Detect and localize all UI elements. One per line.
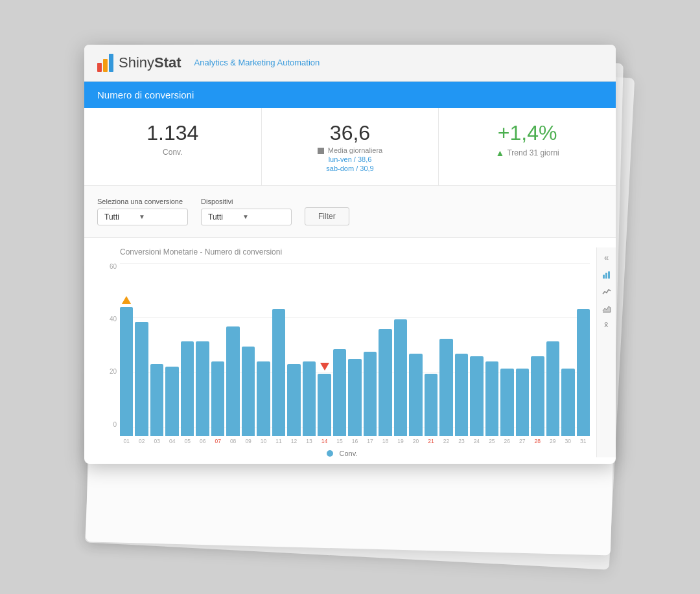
bar-column[interactable] xyxy=(425,374,438,436)
stat-daily-avg: 36,6 Media giornaliera lun-ven / 38,6 sa… xyxy=(262,108,439,185)
line-chart-icon[interactable] xyxy=(599,284,614,299)
bar-column[interactable] xyxy=(500,369,513,436)
bar-column[interactable] xyxy=(211,361,224,436)
bar-x-label: 26 xyxy=(504,438,510,444)
bar-x-label: 18 xyxy=(382,438,388,444)
bar-x-label: 27 xyxy=(519,438,525,444)
bar-wrap: 03 xyxy=(150,282,163,444)
table-icon[interactable]: x̄ xyxy=(599,318,614,332)
daily-avg-label: Media giornaliera xyxy=(272,146,429,154)
conversion-select-value: Tutti xyxy=(104,212,119,222)
logo: ShinyStat xyxy=(97,54,181,72)
main-card: ShinyStat Analytics & Marketing Automati… xyxy=(84,45,616,464)
conversion-select-arrow: ▼ xyxy=(139,213,145,220)
conversion-filter-group: Seleziona una conversione Tutti ▼ xyxy=(97,198,188,225)
bar-column[interactable] xyxy=(531,356,544,436)
bar-x-label: 03 xyxy=(154,438,159,444)
bar-x-label: 05 xyxy=(184,438,190,444)
svg-rect-2 xyxy=(608,271,610,279)
y-axis: 0 20 40 60 xyxy=(94,263,117,444)
bar-wrap: 28 xyxy=(531,282,544,444)
bar-wrap: 25 xyxy=(485,282,498,444)
bar-x-label: 14 xyxy=(321,438,327,444)
chart-sidebar: « x̄ xyxy=(596,247,616,457)
chart-main: Conversioni Monetarie - Numero di conver… xyxy=(84,247,596,457)
bar-wrap: 01 xyxy=(120,282,133,444)
bar-column[interactable] xyxy=(394,319,407,436)
bar-x-label: 11 xyxy=(275,438,281,444)
bar-wrap: 26 xyxy=(500,282,513,444)
filter-button[interactable]: Filter xyxy=(305,207,349,225)
bar-column[interactable] xyxy=(333,349,346,436)
logo-stat: Stat xyxy=(154,54,181,71)
area-chart-icon[interactable] xyxy=(599,301,614,315)
bar-column[interactable] xyxy=(303,361,316,436)
conv-value: 1.134 xyxy=(94,121,251,145)
filters-section: Seleziona una conversione Tutti ▼ Dispos… xyxy=(84,186,616,238)
bar-wrap: 10 xyxy=(257,282,270,444)
bar-column[interactable] xyxy=(485,361,498,436)
bar-column[interactable] xyxy=(348,359,361,436)
bar-x-label: 25 xyxy=(489,438,495,444)
bar-column[interactable] xyxy=(196,341,209,436)
y-label-20: 20 xyxy=(94,368,117,375)
bar-column[interactable] xyxy=(577,309,590,436)
min-marker xyxy=(320,363,329,371)
legend-label: Conv. xyxy=(340,450,358,457)
bar-column[interactable] xyxy=(318,374,331,436)
device-select[interactable]: Tutti ▼ xyxy=(201,209,292,225)
device-filter-group: Dispositivi Tutti ▼ xyxy=(201,198,292,225)
bar-column[interactable] xyxy=(561,369,574,436)
app-header: ShinyStat Analytics & Marketing Automati… xyxy=(84,45,616,82)
bar-wrap: 04 xyxy=(165,282,178,444)
bar-column[interactable] xyxy=(516,369,529,436)
bar-wrap: 23 xyxy=(455,282,468,444)
bar-column[interactable] xyxy=(546,341,559,436)
conversion-select[interactable]: Tutti ▼ xyxy=(97,209,188,225)
bar-column[interactable] xyxy=(455,354,468,436)
bar-wrap: 29 xyxy=(546,282,559,444)
bar-wrap: 08 xyxy=(226,282,239,444)
bar-column[interactable] xyxy=(242,347,255,436)
bar-x-label: 01 xyxy=(124,438,130,444)
bar-column[interactable] xyxy=(379,329,391,436)
logo-text: ShinyStat xyxy=(119,54,181,71)
bar-wrap: 09 xyxy=(242,282,255,444)
bar-x-label: 31 xyxy=(580,438,586,444)
bar-column[interactable] xyxy=(287,364,300,436)
bar-column[interactable] xyxy=(226,326,239,436)
stats-row: 1.134 Conv. 36,6 Media giornaliera lun-v… xyxy=(84,108,616,186)
device-select-arrow: ▼ xyxy=(242,213,249,220)
conversion-filter-label: Seleziona una conversione xyxy=(97,198,188,205)
lun-ven-stat: lun-ven / 38,6 xyxy=(272,155,429,163)
bar-column[interactable] xyxy=(181,341,194,436)
bar-x-label: 13 xyxy=(306,438,312,444)
bar-column[interactable] xyxy=(165,367,178,436)
device-select-value: Tutti xyxy=(208,212,223,222)
bar-wrap: 18 xyxy=(379,282,391,444)
bar-column[interactable] xyxy=(439,339,452,436)
svg-rect-1 xyxy=(605,273,607,279)
trend-label: ▲ Trend 31 giorni xyxy=(449,148,606,158)
bar-chart-icon[interactable] xyxy=(599,268,614,282)
bar-column[interactable] xyxy=(135,322,148,436)
bar-column[interactable] xyxy=(272,309,285,436)
bar-x-label: 06 xyxy=(200,438,205,444)
bar-column[interactable] xyxy=(409,354,422,436)
bar-column[interactable] xyxy=(257,361,270,436)
y-label-60: 60 xyxy=(94,263,117,270)
bar-x-label: 30 xyxy=(565,438,571,444)
chart-legend: Conv. xyxy=(94,450,590,457)
device-filter-label: Dispositivi xyxy=(201,198,292,205)
bar-column[interactable] xyxy=(470,356,483,436)
logo-shiny: Shiny xyxy=(119,54,154,71)
bar-column[interactable] xyxy=(150,364,163,436)
bar-wrap: 07 xyxy=(211,282,224,444)
bar-x-label: 20 xyxy=(413,438,419,444)
bar-wrap: 16 xyxy=(348,282,361,444)
bar-wrap: 21 xyxy=(425,282,438,444)
collapse-icon[interactable]: « xyxy=(599,251,614,265)
bar-column[interactable] xyxy=(364,352,377,436)
bar-wrap: 27 xyxy=(516,282,529,444)
bar-column[interactable] xyxy=(120,307,133,436)
